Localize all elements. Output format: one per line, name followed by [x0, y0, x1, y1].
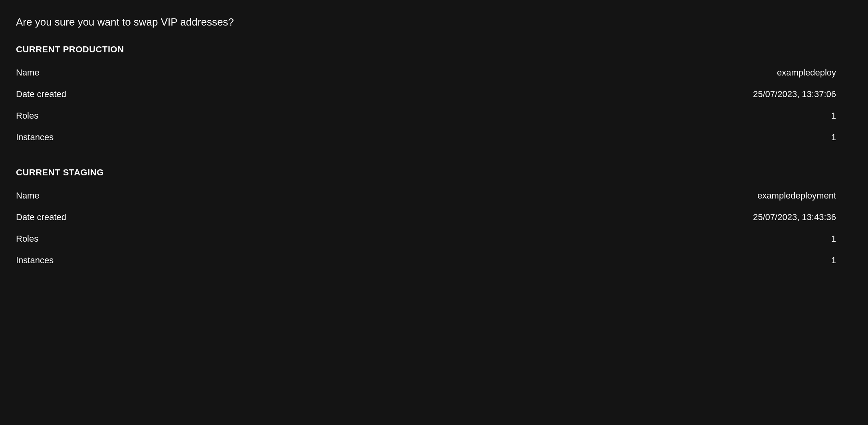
row-label: Instances [16, 127, 434, 148]
dialog-container: Are you sure you want to swap VIP addres… [16, 16, 852, 271]
row-label: Date created [16, 207, 434, 228]
current-staging-section: CURRENT STAGING Name exampledeployment D… [16, 167, 852, 271]
dialog-title: Are you sure you want to swap VIP addres… [16, 16, 852, 28]
row-value: exampledeployment [434, 185, 852, 207]
current-staging-header: CURRENT STAGING [16, 167, 852, 178]
row-value: 1 [434, 228, 852, 250]
row-value: 25/07/2023, 13:37:06 [434, 83, 852, 105]
row-label: Name [16, 62, 434, 83]
row-label: Date created [16, 83, 434, 105]
row-label: Roles [16, 105, 434, 127]
current-production-section: CURRENT PRODUCTION Name exampledeploy Da… [16, 44, 852, 148]
row-value: 1 [434, 250, 852, 271]
row-value: exampledeploy [434, 62, 852, 83]
table-row: Date created 25/07/2023, 13:43:36 [16, 207, 852, 228]
table-row: Name exampledeployment [16, 185, 852, 207]
row-label: Instances [16, 250, 434, 271]
current-production-header: CURRENT PRODUCTION [16, 44, 852, 55]
row-value: 1 [434, 127, 852, 148]
table-row: Name exampledeploy [16, 62, 852, 83]
row-value: 25/07/2023, 13:43:36 [434, 207, 852, 228]
table-row: Roles 1 [16, 105, 852, 127]
table-row: Date created 25/07/2023, 13:37:06 [16, 83, 852, 105]
current-production-table: Name exampledeploy Date created 25/07/20… [16, 62, 852, 148]
table-row: Instances 1 [16, 250, 852, 271]
row-value: 1 [434, 105, 852, 127]
table-row: Roles 1 [16, 228, 852, 250]
row-label: Name [16, 185, 434, 207]
row-label: Roles [16, 228, 434, 250]
table-row: Instances 1 [16, 127, 852, 148]
current-staging-table: Name exampledeployment Date created 25/0… [16, 185, 852, 271]
